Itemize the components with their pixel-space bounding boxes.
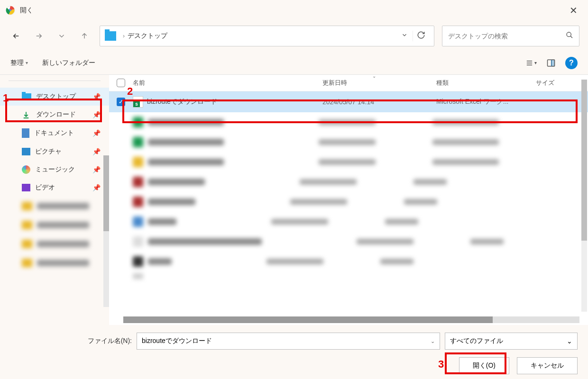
- column-header-name[interactable]: 名前: [133, 79, 322, 87]
- sidebar-item-blurred: [0, 253, 109, 272]
- sidebar-item-downloads[interactable]: ダウンロード 📌: [0, 106, 109, 124]
- window-title: 開く: [20, 6, 33, 15]
- pin-icon[interactable]: 📌: [92, 166, 101, 173]
- svg-rect-4: [551, 60, 555, 66]
- sidebar-item-desktop[interactable]: デスクトップ 📌: [0, 88, 109, 106]
- breadcrumb-separator: ›: [123, 33, 125, 39]
- desktop-icon: [22, 93, 31, 100]
- pin-icon[interactable]: 📌: [92, 93, 101, 100]
- sidebar-item-blurred: [0, 197, 109, 216]
- address-bar[interactable]: › デスクトップ: [100, 26, 434, 46]
- sidebar-item-pictures[interactable]: ピクチャ 📌: [0, 143, 109, 161]
- annotation-1: 1: [3, 92, 9, 104]
- file-list: 名前 更新日時 種類 サイズ ⌄ ✓ bizrouteでダウンロード 2024/…: [109, 75, 588, 325]
- file-date: 2024/05/07 14:14: [322, 98, 436, 106]
- forward-button[interactable]: [31, 28, 46, 44]
- pin-icon[interactable]: 📌: [92, 184, 101, 191]
- annotation-2: 2: [127, 85, 133, 98]
- picture-icon: [22, 148, 30, 155]
- video-icon: [22, 184, 30, 191]
- row-checkbox[interactable]: ✓: [117, 98, 125, 106]
- sidebar-scrollbar[interactable]: [103, 155, 109, 307]
- up-button[interactable]: [77, 28, 92, 44]
- sidebar-item-label: ダウンロード: [36, 110, 76, 119]
- document-icon: [22, 128, 29, 138]
- sidebar-item-label: ミュージック: [35, 165, 75, 174]
- organize-menu[interactable]: 整理▾: [10, 59, 28, 67]
- file-row-selected[interactable]: ✓ bizrouteでダウンロード 2024/05/07 14:14 Micro…: [109, 91, 588, 112]
- filename-label: ファイル名(N):: [10, 337, 132, 345]
- vertical-scrollbar[interactable]: [581, 80, 587, 312]
- chrome-icon: [6, 6, 15, 15]
- file-row-blurred: [109, 192, 588, 212]
- nav-bar: › デスクトップ: [0, 21, 588, 51]
- sidebar-item-label: ビデオ: [35, 183, 55, 192]
- pin-icon[interactable]: 📌: [92, 111, 101, 118]
- sidebar-item-label: ドキュメント: [34, 129, 74, 137]
- sidebar-item-label: ピクチャ: [35, 147, 62, 156]
- recent-dropdown[interactable]: [54, 28, 69, 44]
- cancel-button[interactable]: キャンセル: [517, 357, 578, 374]
- close-icon[interactable]: ✕: [565, 3, 582, 18]
- sidebar-item-videos[interactable]: ビデオ 📌: [0, 179, 109, 197]
- select-all-checkbox[interactable]: [117, 79, 125, 87]
- filename-dropdown-icon[interactable]: ⌄: [431, 338, 435, 344]
- back-button[interactable]: [9, 28, 24, 44]
- music-icon: [22, 165, 30, 174]
- annotation-3: 3: [438, 358, 444, 370]
- file-name: bizrouteでダウンロード: [147, 98, 217, 106]
- column-header-size[interactable]: サイズ: [536, 79, 564, 87]
- preview-pane-button[interactable]: [545, 57, 557, 69]
- pin-icon[interactable]: 📌: [92, 148, 101, 155]
- file-row-blurred: [109, 271, 588, 281]
- sidebar-item-music[interactable]: ミュージック 📌: [0, 161, 109, 179]
- horizontal-scrollbar[interactable]: [123, 316, 579, 323]
- list-header: 名前 更新日時 種類 サイズ ⌄: [109, 75, 588, 91]
- filter-dropdown-icon[interactable]: ⌄: [567, 337, 572, 345]
- address-dropdown-icon[interactable]: [396, 32, 413, 40]
- file-row-blurred: [109, 232, 588, 252]
- download-icon: [22, 111, 31, 118]
- folder-icon: [105, 31, 116, 41]
- help-icon[interactable]: ?: [565, 57, 578, 69]
- file-type: Microsoft Excel ワーク...: [436, 98, 536, 106]
- sidebar: デスクトップ 📌 ダウンロード 📌 ドキュメント 📌 ピクチャ 📌 ミュージック…: [0, 75, 109, 325]
- search-box[interactable]: [442, 26, 579, 46]
- sort-indicator-icon: ⌄: [372, 73, 376, 79]
- view-mode-button[interactable]: ▾: [525, 57, 537, 69]
- sidebar-item-blurred: [0, 235, 109, 253]
- breadcrumb-location[interactable]: デスクトップ: [128, 32, 167, 40]
- refresh-icon[interactable]: [413, 31, 429, 41]
- excel-file-icon: [133, 96, 143, 108]
- file-row-blurred: [109, 132, 588, 152]
- open-button[interactable]: 開く(O): [459, 357, 509, 374]
- svg-point-2: [567, 32, 571, 36]
- filename-input[interactable]: bizrouteでダウンロード ⌄: [137, 333, 440, 350]
- column-header-date[interactable]: 更新日時: [322, 79, 436, 87]
- file-row-blurred: [109, 112, 588, 132]
- search-icon[interactable]: [566, 31, 573, 41]
- file-row-blurred: [109, 212, 588, 232]
- title-bar: 開く ✕: [0, 0, 588, 21]
- search-input[interactable]: [448, 32, 566, 40]
- sidebar-item-label: デスクトップ: [36, 92, 76, 101]
- file-row-blurred: [109, 152, 588, 172]
- footer: ファイル名(N): bizrouteでダウンロード ⌄ すべてのファイル ⌄ 開…: [0, 325, 588, 379]
- new-folder-button[interactable]: 新しいフォルダー: [42, 59, 95, 67]
- sidebar-item-blurred: [0, 216, 109, 235]
- pin-icon[interactable]: 📌: [92, 129, 101, 137]
- toolbar: 整理▾ 新しいフォルダー ▾ ?: [0, 51, 588, 75]
- file-row-blurred: [109, 252, 588, 271]
- sidebar-item-documents[interactable]: ドキュメント 📌: [0, 124, 109, 143]
- file-row-blurred: [109, 172, 588, 192]
- column-header-type[interactable]: 種類: [436, 79, 536, 87]
- file-type-filter[interactable]: すべてのファイル ⌄: [445, 333, 578, 350]
